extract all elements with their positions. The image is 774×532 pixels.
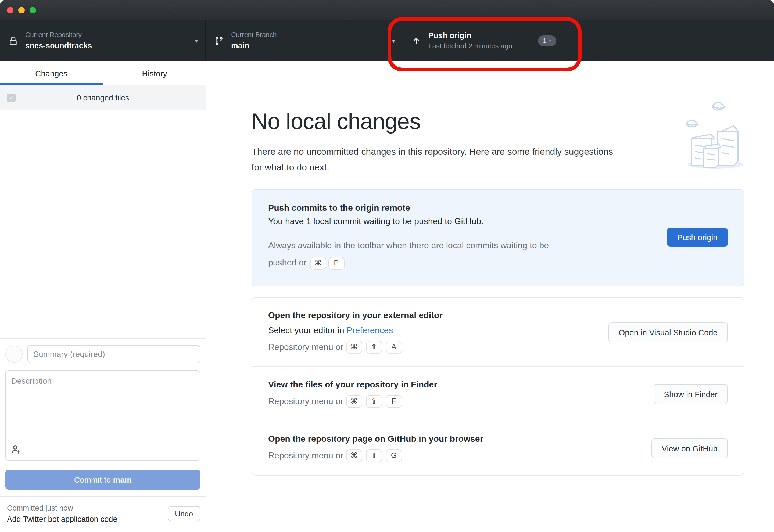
minimize-window-button[interactable]: [18, 7, 25, 13]
add-coauthor-icon[interactable]: [11, 444, 21, 457]
push-origin-subtitle: Last fetched 2 minutes ago: [428, 41, 512, 52]
a-key: A: [386, 341, 402, 354]
current-repository-label: Current Repository: [25, 30, 92, 40]
finder-menu-text: Repository menu or: [268, 397, 343, 407]
changed-files-count: 0 changed files: [0, 93, 206, 102]
current-branch-name: main: [231, 40, 277, 51]
suggestion-row-finder: View the files of your repository in Fin…: [252, 367, 744, 421]
sidebar-tabs: Changes History: [0, 61, 206, 85]
push-card-body: You have 1 local commit waiting to be pu…: [268, 217, 651, 227]
tab-changes[interactable]: Changes: [0, 61, 103, 85]
traffic-lights: [7, 7, 36, 13]
editor-row-shortcut: Repository menu or ⌘⇧A: [268, 341, 592, 354]
finder-row-title: View the files of your repository in Fin…: [268, 380, 637, 390]
push-card-title: Push commits to the origin remote: [268, 203, 651, 213]
editor-row-title: Open the repository in your external edi…: [268, 311, 592, 321]
tab-history-label: History: [142, 69, 167, 78]
editor-menu-text: Repository menu or: [268, 343, 343, 352]
push-card-hint-line1: Always available in the toolbar when the…: [268, 241, 549, 250]
p-key: P: [328, 257, 344, 270]
current-repository-dropdown[interactable]: Current Repository snes-soundtracks ▾: [0, 20, 206, 61]
current-branch-label: Current Branch: [231, 30, 277, 40]
toolbar: Current Repository snes-soundtracks ▾ Cu…: [0, 20, 774, 61]
suggestions-card: Open the repository in your external edi…: [252, 297, 744, 476]
lock-icon: [8, 36, 18, 45]
page-title: No local changes: [252, 109, 744, 134]
chevron-down-icon: ▾: [189, 37, 198, 44]
github-row-title: Open the repository page on GitHub in yo…: [268, 434, 635, 444]
zoom-window-button[interactable]: [30, 7, 36, 13]
push-suggestion-card: Push commits to the origin remote You ha…: [252, 189, 744, 287]
intro-line-1: There are no uncommitted changes in this…: [252, 147, 613, 157]
avatar: [5, 346, 23, 363]
tab-changes-label: Changes: [35, 69, 67, 78]
commit-button-branch: main: [113, 475, 132, 484]
preferences-link[interactable]: Preferences: [347, 326, 393, 335]
f-key: F: [386, 395, 402, 408]
sidebar: Changes History ✓ 0 changed files: [0, 61, 206, 532]
suggestion-row-github: Open the repository page on GitHub in yo…: [252, 421, 744, 475]
github-desktop-window: Current Repository snes-soundtracks ▾ Cu…: [0, 0, 774, 532]
github-menu-text: Repository menu or: [268, 451, 343, 461]
g-key: G: [386, 450, 402, 462]
commit-form: Commit to main: [0, 338, 206, 496]
github-row-shortcut: Repository menu or ⌘⇧G: [268, 450, 635, 462]
editor-row-prefix: Select your editor in: [268, 326, 347, 335]
push-card-hint-line2: pushed or: [268, 258, 306, 267]
push-card-hint: Always available in the toolbar when the…: [268, 237, 651, 272]
main-panel: No local changes There are no uncommitte…: [206, 61, 774, 532]
intro-line-2: for what to do next.: [252, 162, 329, 172]
close-window-button[interactable]: [7, 7, 13, 13]
command-key: ⌘: [346, 450, 362, 462]
shift-key: ⇧: [366, 341, 382, 354]
commit-message-text: Add Twitter bot application code: [7, 514, 117, 526]
commit-to-main-button[interactable]: Commit to main: [5, 470, 200, 490]
command-key: ⌘: [310, 257, 326, 270]
current-repository-name: snes-soundtracks: [25, 40, 92, 51]
tab-history[interactable]: History: [103, 61, 206, 85]
summary-input[interactable]: [27, 345, 200, 363]
chevron-down-icon: ▾: [387, 37, 395, 44]
suggestion-row-editor: Open the repository in your external edi…: [252, 298, 744, 367]
editor-row-subtitle: Select your editor in Preferences: [268, 326, 592, 336]
undo-button[interactable]: Undo: [167, 506, 200, 521]
finder-row-shortcut: Repository menu or ⌘⇧F: [268, 395, 637, 408]
view-on-github-button[interactable]: View on GitHub: [651, 438, 728, 458]
push-count-badge: 1 ↑: [538, 35, 556, 46]
paper-stack-illustration: [685, 100, 743, 173]
push-origin-title: Push origin: [428, 30, 512, 41]
command-key: ⌘: [346, 341, 362, 354]
commit-button-prefix: Commit to: [74, 475, 113, 484]
show-in-finder-button[interactable]: Show in Finder: [654, 384, 728, 404]
open-in-editor-button[interactable]: Open in Visual Studio Code: [608, 322, 728, 342]
push-origin-toolbar-button[interactable]: Push origin Last fetched 2 minutes ago 1…: [403, 20, 774, 61]
intro-text: There are no uncommitted changes in this…: [252, 144, 744, 175]
arrow-up-icon: [411, 36, 421, 45]
commit-status-text: Committed just now: [7, 502, 117, 514]
git-branch-icon: [213, 36, 224, 45]
push-origin-button[interactable]: Push origin: [667, 228, 728, 247]
changes-list-empty-area: [0, 110, 206, 338]
shift-key: ⇧: [366, 395, 382, 408]
changed-files-row: ✓ 0 changed files: [0, 85, 206, 110]
shift-key: ⇧: [366, 450, 382, 462]
description-input[interactable]: [5, 370, 200, 461]
titlebar: [0, 0, 774, 20]
last-commit-bar: Committed just now Add Twitter bot appli…: [0, 496, 206, 532]
current-branch-dropdown[interactable]: Current Branch main ▾: [206, 20, 403, 61]
command-key: ⌘: [346, 395, 362, 408]
